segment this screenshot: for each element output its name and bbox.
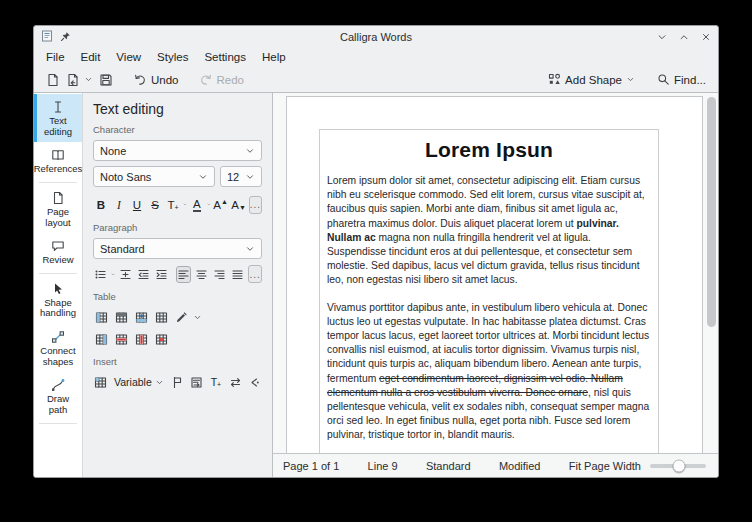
text-frame[interactable]: Lorem Ipsun Lorem ipsum dolor sit amet, … — [319, 129, 659, 453]
delete-table-button[interactable] — [153, 331, 170, 348]
chevron-down-icon — [245, 172, 255, 182]
save-button[interactable] — [96, 71, 116, 89]
script-position-button[interactable]: T+ — [165, 196, 181, 214]
insert-table-button[interactable] — [93, 309, 110, 326]
vertical-scrollbar[interactable] — [707, 95, 716, 451]
tool-connect-shapes[interactable]: Connect shapes — [34, 324, 82, 372]
font-color-chevron-icon[interactable] — [207, 200, 211, 209]
menu-view[interactable]: View — [108, 49, 149, 65]
italic-button[interactable]: I — [111, 196, 127, 214]
menu-settings[interactable]: Settings — [196, 49, 254, 65]
script-chevron-icon[interactable] — [183, 200, 187, 209]
find-label: Find... — [674, 74, 706, 86]
panel-title: Text editing — [93, 101, 262, 117]
font-family-select[interactable]: Noto Sans — [93, 166, 215, 187]
align-justify-button[interactable] — [230, 266, 245, 283]
tool-draw-path[interactable]: Draw path — [34, 372, 82, 420]
zoom-slider[interactable] — [650, 459, 706, 472]
document-paragraph[interactable]: Lorem ipsum dolor sit amet, consectetur … — [327, 174, 651, 288]
insert-section-label: Insert — [93, 356, 262, 367]
delete-row-button[interactable] — [113, 331, 130, 348]
table-section-label: Table — [93, 291, 262, 302]
delete-column-button[interactable] — [133, 331, 150, 348]
review-icon — [51, 239, 65, 253]
paragraph-section-label: Paragraph — [93, 222, 262, 233]
change-direction-button[interactable] — [228, 374, 243, 391]
tool-text-editing[interactable]: Text editing — [34, 94, 82, 142]
tool-references[interactable]: References — [34, 142, 82, 180]
table-of-contents-button[interactable] — [93, 374, 108, 391]
zoom-mode-button[interactable]: Fit Page Width — [569, 460, 641, 472]
variable-dropdown[interactable]: Variable — [112, 376, 166, 388]
menubar: File Edit View Styles Settings Help — [34, 47, 718, 67]
border-pen-button[interactable] — [173, 309, 190, 326]
tool-page-layout[interactable]: Page layout — [34, 185, 82, 233]
maximize-icon[interactable] — [679, 32, 689, 42]
titlebar[interactable]: Calligra Words — [34, 26, 718, 47]
document-title[interactable]: Lorem Ipsun — [327, 138, 651, 162]
bookmark-button[interactable] — [170, 374, 185, 391]
chevron-down-icon — [245, 244, 255, 254]
bold-button[interactable]: B — [93, 196, 109, 214]
references-icon — [51, 148, 65, 162]
document-page[interactable]: Lorem Ipsun Lorem ipsum dolor sit amet, … — [286, 96, 703, 453]
more-character-options-button[interactable]: ... — [249, 196, 262, 214]
open-document-button[interactable] — [63, 71, 96, 89]
tool-shape-handling[interactable]: Shape handling — [34, 276, 82, 324]
chevron-down-icon — [198, 172, 208, 182]
character-style-select[interactable]: None — [93, 140, 262, 161]
tool-review[interactable]: Review — [34, 233, 82, 271]
shape-cursor-icon — [51, 282, 65, 296]
align-right-button[interactable] — [212, 266, 227, 283]
redo-label: Redo — [217, 74, 245, 86]
app-window: Calligra Words File Edit View Styles Set… — [33, 25, 719, 478]
align-left-button[interactable] — [176, 266, 191, 283]
document-canvas[interactable]: Lorem Ipsun Lorem ipsum dolor sit amet, … — [273, 93, 718, 453]
underline-button[interactable]: U — [129, 196, 145, 214]
table-options-button[interactable] — [153, 309, 170, 326]
add-shape-button[interactable]: Add Shape — [545, 71, 638, 88]
footnote-button[interactable] — [189, 374, 204, 391]
shrink-font-button[interactable]: A▼ — [231, 196, 247, 214]
more-paragraph-options-button[interactable]: ... — [248, 265, 262, 283]
special-character-button[interactable] — [247, 374, 262, 391]
status-line: Line 9 — [368, 460, 398, 472]
border-pen-chevron-icon[interactable] — [193, 313, 202, 322]
list-format-chevron-icon[interactable] — [111, 270, 115, 279]
status-style: Standard — [426, 460, 471, 472]
scrollbar-thumb[interactable] — [707, 97, 716, 327]
page-layout-icon — [51, 191, 65, 205]
strikethrough-button[interactable]: S — [147, 196, 163, 214]
new-document-button[interactable] — [43, 71, 63, 89]
font-size-select[interactable]: 12 — [220, 166, 262, 187]
undo-button[interactable]: Undo — [130, 71, 182, 89]
document-column: Lorem Ipsun Lorem ipsum dolor sit amet, … — [273, 93, 718, 477]
align-center-button[interactable] — [194, 266, 209, 283]
minimize-icon[interactable] — [657, 32, 667, 42]
menu-help[interactable]: Help — [254, 49, 294, 65]
paragraph-style-select[interactable]: Standard — [93, 238, 262, 259]
statusbar: Page 1 of 1 Line 9 Standard Modified Fit… — [273, 453, 718, 477]
font-color-button[interactable]: A — [189, 196, 205, 214]
line-height-button[interactable] — [118, 266, 133, 283]
index-entry-button[interactable]: T+ — [208, 373, 224, 391]
menu-file[interactable]: File — [38, 49, 73, 65]
insert-row-above-button[interactable] — [113, 309, 130, 326]
decrease-indent-button[interactable] — [136, 266, 151, 283]
tool-dock-divider — [39, 423, 77, 424]
menu-styles[interactable]: Styles — [149, 49, 196, 65]
document-paragraph[interactable]: Vivamus porttitor dapibus ante, in vesti… — [327, 301, 651, 443]
main-area: Text editing References Page layout Revi… — [34, 92, 718, 477]
add-shape-label: Add Shape — [565, 74, 622, 86]
close-icon[interactable] — [701, 32, 711, 42]
zoom-slider-handle[interactable] — [673, 459, 686, 472]
redo-button[interactable]: Redo — [196, 71, 248, 89]
insert-row-below-button[interactable] — [133, 309, 150, 326]
pin-icon[interactable] — [60, 28, 71, 46]
list-format-button[interactable] — [93, 266, 108, 283]
find-button[interactable]: Find... — [654, 71, 709, 88]
insert-column-right-button[interactable] — [93, 331, 110, 348]
increase-indent-button[interactable] — [154, 266, 169, 283]
menu-edit[interactable]: Edit — [73, 49, 109, 65]
grow-font-button[interactable]: A▲ — [213, 196, 229, 214]
